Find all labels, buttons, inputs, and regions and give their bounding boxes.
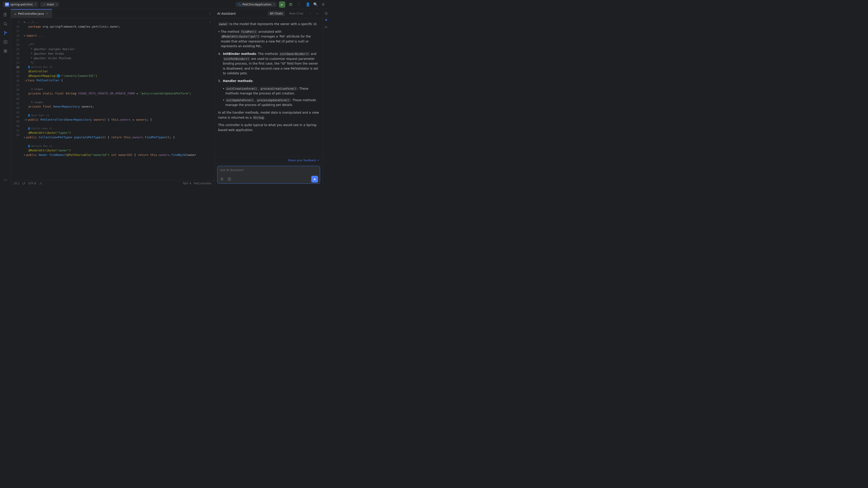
ai-more-button[interactable]: ⋮ [307, 11, 313, 17]
ai-sublist: initCreationForm(), processCreationForm(… [223, 86, 319, 107]
code-line: private static final String VIEWS_PETS_C… [24, 91, 214, 96]
ai-assistant-icon[interactable] [324, 18, 329, 23]
ai-assistant-panel: AI Assistant All Chats New Chat ⋮ − owne… [214, 9, 323, 186]
code-line: ▶ public Owner findOwner ( @PathVariable… [24, 153, 214, 157]
tab-bar: ☕ PetController.java ✕ ⋮ [11, 9, 214, 18]
svg-rect-13 [4, 51, 5, 53]
profile-button[interactable]: 👤 [305, 1, 311, 8]
svg-point-5 [4, 23, 6, 25]
java-file-icon: ☕ [14, 12, 17, 15]
sidebar-item-git[interactable] [1, 29, 9, 37]
code-line: package org.springframework.samples.petc… [24, 24, 214, 29]
tab-more-button[interactable]: ⋮ [206, 11, 214, 15]
sidebar-item-files[interactable] [1, 11, 9, 19]
ai-bullet-list-1: The method findPet() annotated with @Mod… [218, 29, 319, 49]
charset: UTF-8 [28, 182, 36, 185]
tab-petcontroller[interactable]: ☕ PetController.java ✕ [11, 9, 52, 18]
code-line: ⚠ ▶ public PetController ( OwnerReposito… [24, 118, 214, 122]
sidebar-item-search[interactable] [1, 20, 9, 28]
code-content[interactable]: ✓ ▶ .../... package org.springframework.… [22, 18, 214, 181]
branch-icon: ⎇ [42, 3, 45, 6]
git-icon-status: ⎇ [39, 182, 42, 185]
project-chevron: ▾ [35, 3, 36, 6]
branch-name: main [47, 3, 54, 6]
tab-close-button[interactable]: ✕ [45, 12, 49, 15]
ai-text-1: owner to the model that represents the o… [218, 22, 319, 27]
code-line: @RequestMapping( 🌐 ▾ "/owners/{ownerId}"… [24, 74, 214, 78]
editor-area: ☕ PetController.java ✕ ⋮ 1 16 17 18 27 2… [11, 9, 214, 186]
code-line: * @author Juergen Hoeller [24, 47, 214, 52]
fold-arrow[interactable]: ▶ [24, 153, 25, 157]
branch-chevron: ▾ [56, 3, 57, 6]
author-hint: 👤 Antoine Rey +9 [24, 65, 214, 69]
sidebar-item-build[interactable] [1, 47, 9, 55]
code-line: * @author Arjen Poutsma [24, 56, 214, 61]
code-line: ▶ import ... [24, 33, 214, 38]
tab-label: PetController.java [18, 12, 44, 15]
line-warning-icon: ⚠ [24, 78, 25, 83]
fold-arrow[interactable]: ▶ [26, 118, 27, 122]
run-config-name: PetClinicApplication [243, 3, 272, 6]
indent-type: Tab* 4 [183, 182, 191, 185]
sidebar-item-more[interactable] [1, 176, 9, 184]
file-name-bottom: PetController [194, 182, 212, 185]
code-line: ⚠ class PetController { [24, 78, 214, 83]
more-button[interactable]: ⋮ [296, 1, 303, 8]
ai-context-button[interactable] [226, 176, 232, 182]
code-editor: 1 16 17 18 27 28 29 30 31 32 33 34 35 36… [11, 18, 214, 181]
svg-rect-4 [4, 15, 6, 15]
code-line: @ModelAttribute( "types" ) [24, 131, 214, 135]
ai-send-button[interactable] [311, 176, 318, 183]
run-button[interactable]: ▶ [279, 1, 285, 8]
ai-text-3: This controller is quite typical to what… [218, 123, 319, 132]
debug-button[interactable] [287, 1, 294, 8]
notifications-icon[interactable] [324, 11, 329, 16]
ai-tab-new-chat[interactable]: New Chat [287, 11, 306, 16]
ai-input[interactable] [217, 166, 320, 174]
ai-minimize-button[interactable]: − [314, 11, 320, 17]
ai-text-2: In all the handler methods, model data i… [218, 110, 319, 120]
run-config-icon: 🐾 [238, 3, 241, 6]
settings-button[interactable]: ⚙ [320, 1, 327, 8]
titlebar: SP spring-petclinic ▾ ⎇ main ▾ 🐾 PetClin… [0, 0, 329, 9]
svg-point-17 [6, 180, 7, 181]
ai-panel-title: AI Assistant [217, 12, 266, 15]
code-line [24, 83, 214, 87]
svg-point-15 [4, 180, 4, 181]
fold-arrow[interactable]: ▶ [24, 33, 25, 38]
run-config-selector[interactable]: 🐾 PetClinicApplication ▾ [236, 2, 277, 7]
status-bar-right: Tab* 4 PetController [183, 182, 212, 185]
branch-selector[interactable]: ⎇ main ▾ [40, 2, 59, 7]
project-selector[interactable]: SP spring-petclinic ▾ [3, 2, 38, 7]
letter-m-icon[interactable]: m [324, 24, 329, 29]
search-button[interactable]: 🔍 [312, 1, 319, 8]
sidebar [0, 9, 11, 186]
fold-arrow[interactable]: ▶ [24, 135, 25, 140]
project-name: spring-petclinic [10, 3, 33, 6]
svg-point-16 [5, 180, 6, 181]
ai-numbered-item-5: 5. Handler methods: [218, 78, 319, 84]
author-hint: 👤 Costin Leau +1 [24, 127, 214, 131]
svg-rect-3 [4, 14, 6, 14]
code-line [24, 157, 214, 162]
code-line [24, 140, 214, 144]
ai-numbered-item-4: 4. InitBinder methods: The methods initO… [218, 52, 319, 76]
right-edge-panel: m [323, 9, 329, 186]
code-line: */ [24, 61, 214, 65]
code-line: ▶ public Collection < PetType > populate… [24, 135, 214, 140]
run-config-chevron: ▾ [273, 3, 274, 6]
ai-list-item: initUpdateForm(), processUpdateForm(): T… [223, 98, 319, 107]
author-hint: 👤 Antoine Rey +1 [24, 144, 214, 148]
titlebar-left: SP spring-petclinic ▾ ⎇ main ▾ [3, 2, 232, 7]
ai-attach-button[interactable] [219, 176, 225, 182]
ai-list-item: initCreationForm(), processCreationForm(… [223, 86, 319, 96]
ai-sub-content: initCreationForm(), processCreationForm(… [218, 86, 319, 107]
svg-point-8 [4, 34, 5, 35]
line-run-icon: ⚠ [24, 118, 25, 122]
line-endings: LF [22, 182, 26, 185]
ai-tab-all-chats[interactable]: All Chats [268, 11, 285, 16]
fold-arrow[interactable]: ▶ [24, 20, 25, 24]
sidebar-item-run[interactable] [1, 38, 9, 46]
share-feedback-link[interactable]: Share your feedback ↗ [215, 157, 323, 164]
titlebar-right: 🐾 PetClinicApplication ▾ ▶ ⋮ 👤 🔍 ⚙ [236, 1, 327, 8]
